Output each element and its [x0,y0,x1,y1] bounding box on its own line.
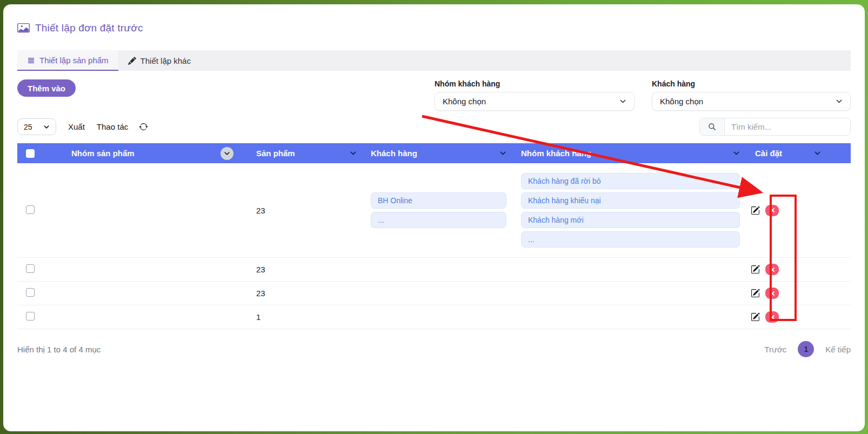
pencil-icon [128,57,136,65]
selected-value: Không chọn [443,97,486,106]
page-size-value: 25 [24,123,32,131]
chevron-down-icon [619,98,626,105]
next-page-button[interactable]: Kế tiếp [825,345,851,354]
edit-button[interactable] [751,265,760,274]
table-row: 1 [17,305,851,329]
pencil-square-icon [751,312,760,322]
tag-pill[interactable]: Khách hàng khiếu nại [521,192,740,209]
preorder-table: Nhóm sản phẩm Sản phẩm Khách hàng Nhóm k… [17,143,851,329]
table-footer: Hiển thị 1 to 4 of 4 mục Trước 1 Kế tiếp [17,341,851,357]
row-checkbox[interactable] [26,288,35,297]
customer-group-select[interactable]: Không chọn [435,92,635,111]
cell-product-count: 23 [250,265,364,274]
select-all-checkbox[interactable] [26,149,35,158]
column-header: Sản phẩm [256,149,295,158]
edit-button[interactable] [751,206,760,215]
filter-customer: Khách hàng Không chọn [652,79,851,111]
column-header: Cài đặt [755,149,782,158]
filter-customer-group: Nhóm khách hàng Không chọn [435,79,635,111]
filters: Nhóm khách hàng Không chọn Khách hàng Kh… [435,79,851,111]
pencil-square-icon [751,206,760,215]
table-row: 23 [17,258,851,282]
tag-pill[interactable]: ... [521,231,740,248]
table-toolbar: 25 Xuất Thao tác [17,118,851,136]
chevron-down-icon [43,124,50,130]
tag-pill[interactable]: ... [371,212,506,228]
x-icon [770,267,775,272]
customer-group-tags: Khách hàng đã rời bỏKhách hàng khiếu nại… [521,166,740,254]
page-header: Thiết lập đơn đặt trước [17,22,851,34]
edit-button[interactable] [751,312,760,322]
add-button[interactable]: Thêm vào [17,79,76,97]
images-icon [17,22,30,34]
edit-button[interactable] [751,289,760,298]
pagination: Trước 1 Kế tiếp [764,341,851,357]
tag-pill[interactable]: Khách hàng đã rời bỏ [521,173,740,189]
page-size-select[interactable]: 25 [17,118,56,135]
refresh-icon[interactable] [139,122,148,131]
table-row: 23 [17,282,851,305]
delete-button[interactable] [765,311,779,323]
tag-pill[interactable]: BH Online [371,192,506,209]
column-header: Nhóm sản phẩm [71,149,135,158]
page-title: Thiết lập đơn đặt trước [35,22,143,34]
search-box [699,118,851,136]
tab-bar: Thiết lập sản phẩm Thiết lập khác [17,50,851,71]
column-header: Khách hàng [371,149,417,158]
x-icon [770,315,775,320]
app-window: Thiết lập đơn đặt trước Thiết lập sản ph… [3,4,865,431]
filter-label: Khách hàng [652,79,851,88]
cell-product-count: 23 [250,289,364,298]
customer-tags: BH Online... [371,186,506,235]
row-checkbox[interactable] [26,205,35,214]
current-page-button[interactable]: 1 [798,341,814,357]
tab-label: Thiết lập khác [141,56,191,65]
search-icon[interactable] [700,118,725,135]
column-header: Nhóm khách hàng [521,149,591,158]
tab-label: Thiết lập sản phẩm [39,56,109,65]
row-checkbox[interactable] [26,264,35,273]
pencil-square-icon [751,289,760,298]
cell-product-count: 23 [250,206,364,215]
delete-button[interactable] [765,264,779,275]
chevron-down-icon[interactable] [733,150,740,157]
x-icon [770,291,775,296]
results-info: Hiển thị 1 to 4 of 4 mục [17,345,101,354]
list-icon [27,56,35,64]
cell-product-count: 1 [250,312,364,322]
chevron-down-icon[interactable] [350,150,357,157]
tag-pill[interactable]: Khách hàng mới [521,212,740,228]
delete-button[interactable] [765,288,779,299]
chevron-down-icon [836,98,843,105]
selected-value: Không chọn [660,97,703,106]
filter-label: Nhóm khách hàng [435,79,635,88]
x-icon [770,208,775,213]
table-row: 23 BH Online... Khách hàng đã rời bỏKhác… [17,163,851,258]
export-button[interactable]: Xuất [68,122,85,131]
customer-select[interactable]: Không chọn [652,92,851,111]
prev-page-button[interactable]: Trước [764,345,786,354]
table-header: Nhóm sản phẩm Sản phẩm Khách hàng Nhóm k… [17,143,851,163]
delete-button[interactable] [765,205,779,216]
chevron-down-icon[interactable] [499,150,506,157]
pencil-square-icon [751,265,760,274]
chevron-down-icon[interactable] [814,150,821,157]
tab-other-setup[interactable]: Thiết lập khác [118,50,201,71]
search-input[interactable] [725,118,850,135]
column-menu-button[interactable] [221,147,233,160]
tab-product-setup[interactable]: Thiết lập sản phẩm [17,50,118,71]
bulk-actions-button[interactable]: Thao tác [97,122,128,131]
chevron-down-icon [224,150,230,157]
row-checkbox[interactable] [26,312,35,321]
